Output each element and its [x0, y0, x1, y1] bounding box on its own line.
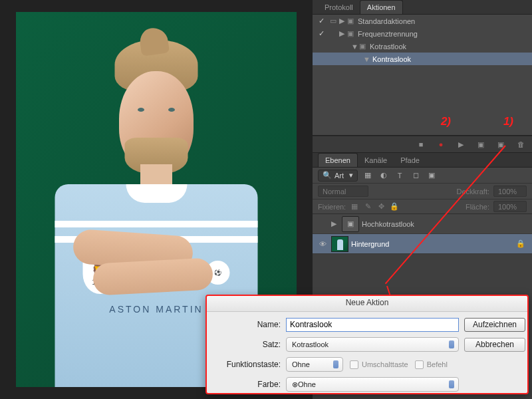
fill-input[interactable]: 100% — [493, 201, 527, 212]
play-icon[interactable]: ▶ — [456, 140, 466, 149]
blend-mode-select[interactable]: Normal — [318, 186, 368, 197]
action-set-row[interactable]: ▼ ▣ Kotrastlook — [313, 40, 532, 53]
function-key-select[interactable]: Ohne — [286, 357, 343, 372]
filter-pixel-icon[interactable]: ▦ — [362, 171, 374, 180]
color-label: Farbe: — [211, 380, 281, 389]
opacity-input[interactable]: 100% — [493, 186, 527, 197]
record-icon[interactable]: ● — [436, 140, 446, 148]
lock-label: Fixieren: — [318, 203, 346, 211]
new-action-dialog: Neue Aktion Name: Aufzeichnen Satz: Kotr… — [205, 295, 529, 394]
layer-label: Hochkotrastlook — [362, 220, 414, 228]
layer-thumbnail — [331, 236, 348, 252]
filter-smart-icon[interactable]: ▣ — [426, 171, 438, 180]
disclosure-triangle-icon[interactable]: ▼ — [351, 43, 359, 51]
command-label: Befehl — [427, 360, 448, 368]
set-select[interactable]: Kotrastlook — [286, 337, 459, 352]
cancel-button[interactable]: Abbrechen — [464, 338, 525, 352]
layer-row[interactable]: ▶ ▣ Hochkotrastlook — [313, 214, 532, 234]
visibility-toggle-icon[interactable]: 👁 — [317, 240, 329, 248]
lock-pixels-icon[interactable]: ✎ — [363, 202, 372, 211]
tab-paths[interactable]: Pfade — [394, 154, 426, 167]
layers-lock-bar: Fixieren: ▦ ✎ ✥ 🔒 Fläche: 100% — [313, 200, 532, 214]
folder-icon: ▣ — [347, 17, 356, 25]
layer-row[interactable]: 👁 Hintergrund 🔒 — [313, 234, 532, 254]
actions-panel-body: ✓ ▭ ▶ ▣ Standardaktionen ✓ ▶ ▣ Frequenzt… — [313, 15, 532, 136]
action-label: Standardaktionen — [356, 17, 532, 25]
action-dialog-toggle[interactable]: ▭ — [327, 17, 339, 25]
jersey-sponsor: ASTON MARTIN — [109, 304, 203, 315]
record-button[interactable]: Aufzeichnen — [464, 318, 525, 332]
layer-label: Hintergrund — [351, 240, 389, 248]
folder-icon: ▣ — [347, 29, 356, 38]
lock-all-icon[interactable]: 🔒 — [390, 202, 399, 211]
actions-panel-tabs: Protokoll Aktionen — [313, 0, 532, 15]
function-key-label: Funktionstaste: — [211, 360, 281, 369]
command-checkbox[interactable] — [415, 360, 424, 369]
action-checkmark[interactable]: ✓ — [315, 29, 327, 38]
folder-icon: ▣ — [359, 42, 368, 51]
filter-type-icon[interactable]: T — [394, 172, 406, 180]
lock-position-icon[interactable]: ✥ — [376, 202, 386, 211]
disclosure-triangle-icon[interactable]: ▼ — [363, 55, 371, 63]
layer-group-icon: ▣ — [342, 216, 359, 232]
trash-icon[interactable]: 🗑 — [516, 140, 525, 148]
actions-panel-footer: ■ ● ▶ ▣ ▣ 🗑 1) 2) — [313, 136, 532, 153]
shift-label: Umschalttaste — [362, 360, 408, 368]
action-label: Kotrastlook — [368, 43, 532, 51]
filter-adjust-icon[interactable]: ◐ — [378, 171, 390, 180]
action-checkmark[interactable]: ✓ — [315, 17, 327, 25]
dialog-title: Neue Aktion — [207, 296, 527, 312]
disclosure-triangle-icon[interactable]: ▶ — [331, 219, 339, 228]
tab-layers[interactable]: Ebenen — [318, 153, 358, 167]
action-set-row[interactable]: ✓ ▭ ▶ ▣ Standardaktionen — [313, 15, 532, 27]
tab-history[interactable]: Protokoll — [318, 1, 360, 14]
stop-icon[interactable]: ■ — [416, 140, 426, 148]
action-name-input[interactable] — [286, 318, 459, 332]
action-label: Frequenztrennung — [356, 30, 532, 38]
color-select[interactable]: ⊗ Ohne — [286, 377, 459, 392]
annotation-1: 1) — [503, 115, 513, 128]
filter-shape-icon[interactable]: ◻ — [410, 171, 422, 180]
action-set-row[interactable]: ✓ ▶ ▣ Frequenztrennung — [313, 27, 532, 40]
annotation-2: 2) — [441, 115, 451, 128]
set-label: Satz: — [211, 340, 281, 349]
lock-icon: 🔒 — [516, 239, 525, 248]
layers-panel-tabs: Ebenen Kanäle Pfade — [313, 153, 532, 168]
action-label: Kontraslook — [371, 55, 532, 63]
lock-transparency-icon[interactable]: ▦ — [350, 202, 359, 211]
layer-filter-select[interactable]: 🔍Art▾ — [318, 170, 358, 182]
layers-blend-bar: Normal Deckkraft: 100% — [313, 184, 532, 200]
new-set-icon[interactable]: ▣ — [476, 140, 485, 149]
disclosure-triangle-icon[interactable]: ▶ — [339, 29, 347, 38]
shift-checkbox[interactable] — [350, 360, 358, 369]
tab-channels[interactable]: Kanäle — [358, 154, 394, 167]
layers-filter-bar: 🔍Art▾ ▦ ◐ T ◻ ▣ — [313, 168, 532, 184]
fill-label: Fläche: — [466, 203, 489, 211]
disclosure-triangle-icon[interactable]: ▶ — [339, 17, 347, 25]
name-label: Name: — [211, 320, 281, 329]
action-row[interactable]: ▼ Kontraslook — [313, 53, 532, 65]
tab-actions[interactable]: Aktionen — [360, 0, 403, 14]
